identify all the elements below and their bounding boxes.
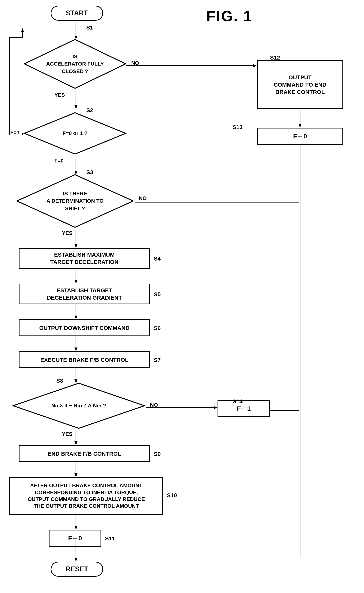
arrow-s4-s5 [74, 269, 78, 284]
arrow-f1-back [7, 19, 24, 135]
arrow-s3-s4 [74, 229, 78, 248]
s2-f0-label: F=0 [54, 158, 64, 164]
svg-marker-27 [74, 316, 78, 319]
reset-node: RESET [51, 562, 103, 577]
arrow-s1-yes [74, 90, 78, 109]
arrow-rail-to-reset-horiz [74, 539, 300, 543]
svg-marker-8 [299, 124, 302, 128]
s4-box: ESTABLISH MAXIMUM TARGET DECELERATION [19, 248, 150, 269]
s2-diamond: F=0 or 1 ? [22, 111, 128, 156]
s6-step-label: S6 [154, 325, 161, 331]
s1-diamond-text: IS ACCELERATOR FULLY CLOSED ? [44, 51, 106, 77]
arrow-s5-s6 [74, 304, 78, 319]
s5-step-label: S5 [154, 291, 161, 297]
arrow-s8-no [146, 406, 218, 410]
arrow-rail-down-to-s11 [74, 539, 78, 550]
arrow-s2-s3 [74, 156, 78, 175]
svg-marker-41 [74, 526, 78, 530]
s1-yes-label: YES [54, 92, 65, 98]
s7-step-label: S7 [154, 357, 161, 363]
svg-marker-37 [74, 441, 78, 445]
s8-yes-label: YES [62, 431, 72, 437]
s7-box: EXECUTE BRAKE F/B CONTROL [19, 351, 150, 368]
svg-marker-29 [74, 348, 78, 351]
s13-box: F←0 [257, 128, 343, 145]
arrow-s14-rail [270, 409, 300, 412]
svg-marker-39 [74, 473, 78, 477]
svg-marker-43 [74, 558, 78, 562]
s2-diamond-text: F=0 or 1 ? [61, 128, 89, 139]
s3-diamond-text: IS THERE A DETERMINATION TO SHIFT ? [45, 188, 105, 214]
arrow-s12-s13 [298, 109, 302, 128]
svg-marker-23 [74, 244, 78, 248]
s10-box: AFTER OUTPUT BRAKE CONTROL AMOUNT CORRES… [9, 477, 163, 515]
s5-box: ESTABLISH TARGET DECELERATION GRADIENT [19, 284, 150, 304]
s6-box: OUTPUT DOWNSHIFT COMMAND [19, 319, 150, 336]
fig-title: FIG. 1 [206, 7, 253, 25]
svg-marker-25 [74, 280, 78, 284]
svg-marker-4 [74, 105, 78, 109]
s9-step-label: S9 [154, 451, 161, 457]
s12-step-label: S12 [270, 54, 280, 61]
arrow-s3-no [135, 201, 300, 205]
arrow-rail-to-s11 [298, 539, 364, 543]
diagram-container: FIG. 1 START S1 IS ACCELERATOR FULLY CLO… [0, 0, 364, 593]
arrow-s9-s10 [74, 462, 78, 477]
s10-step-label: S10 [167, 492, 177, 499]
s13-step-label: S13 [233, 124, 242, 130]
arrow-s8-s9 [74, 430, 78, 445]
s9-box: END BRAKE F/B CONTROL [19, 445, 150, 462]
s3-diamond: IS THERE A DETERMINATION TO SHIFT ? [15, 173, 135, 229]
s1-diamond: IS ACCELERATOR FULLY CLOSED ? [22, 38, 128, 90]
arrow-s6-s7 [74, 336, 78, 351]
arrow-s7-s8 [74, 368, 78, 383]
s1-step-label: S1 [86, 24, 93, 31]
svg-marker-6 [253, 64, 257, 67]
arrow-start-s1 [74, 21, 78, 40]
s12-box: OUTPUT COMMAND TO END BRAKE CONTROL [257, 60, 343, 109]
arrow-s10-s11 [74, 515, 78, 530]
arrow-rail-bottom [298, 145, 302, 539]
s4-step-label: S4 [154, 256, 161, 262]
arrow-s1-no [126, 64, 257, 68]
svg-marker-16 [21, 28, 24, 32]
s8-diamond-text: No × lf − Nin ≤ Δ Nin ? [50, 400, 108, 411]
s8-diamond: No × lf − Nin ≤ Δ Nin ? [11, 381, 146, 430]
s3-yes-label: YES [62, 230, 72, 236]
s14-box: F←1 [218, 400, 270, 417]
svg-marker-34 [214, 406, 218, 409]
start-node: START [51, 6, 103, 21]
s3-no-label: NO [139, 195, 147, 201]
